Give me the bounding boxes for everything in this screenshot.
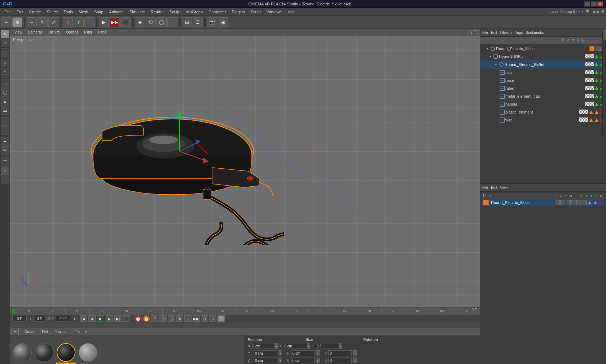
light-btn[interactable]: ◉ [218,17,228,27]
menu-simulate[interactable]: Simulate [127,9,148,15]
obj-vis-wire-2[interactable] [584,117,588,122]
prev-key-btn[interactable]: ⊞ [159,315,167,322]
obj-vis-metal-1[interactable] [585,94,589,98]
obj-vis-cap-1[interactable] [585,70,589,74]
snap-tool[interactable]: ⊡ [1,176,9,184]
pos-x-spin-up[interactable]: ▲ [275,343,278,349]
grid-btn[interactable]: ☰ [193,17,203,27]
obj-vis-cap-2[interactable] [589,70,594,74]
obj-item-ruber[interactable]: ruber [480,84,606,92]
obj-vis-1-nurbs[interactable] [585,54,589,58]
menu-sculpt[interactable]: Sculpt [167,9,184,15]
vp-fullscreen-icon[interactable]: ⛶ [473,30,478,35]
rot-h-input[interactable] [315,343,338,349]
viewport[interactable]: Perspective [10,36,480,307]
undo-button[interactable]: ↩ [1,17,12,27]
om-edit-btn[interactable]: Edit [491,31,497,35]
pos-y-input[interactable] [254,350,277,356]
mat-create-btn[interactable]: Create [22,329,38,334]
camera-btn[interactable]: 📷 [207,17,217,27]
x-axis-btn[interactable]: X [63,17,73,27]
obj-item-wire[interactable]: wire [480,116,606,124]
light-tool[interactable]: ✦ [1,137,9,146]
selected-obj-row[interactable]: Round_Electric_Skillet [482,199,605,206]
obj-item-handle[interactable]: handle [480,100,606,108]
obj-expand-sub[interactable]: ▼ [494,62,498,67]
rot-b-spin[interactable]: ▲ [353,358,357,363]
size-h-spin[interactable]: ▲ [307,343,310,349]
material-base[interactable]: base [35,343,53,364]
obj-item-metal-cap[interactable]: metal_element_cap [480,92,606,100]
pm-view-btn[interactable]: View [500,186,508,190]
vp-panel-btn[interactable]: Panel [96,30,110,35]
om-file-btn[interactable]: File [482,31,488,35]
object-btn[interactable]: ◈ [135,17,145,27]
plane-tool[interactable]: ▬ [1,106,9,115]
menu-render[interactable]: Render [148,9,167,15]
obj-vis-plastic-1[interactable] [579,110,584,114]
goto-start-btn[interactable]: |◀ [80,315,87,322]
obj-vis-base-2[interactable] [589,78,594,82]
pm-file-btn[interactable]: File [482,186,488,190]
pm-edit-btn[interactable]: Edit [491,186,497,190]
next-key-btn[interactable]: ⬚ [168,315,175,322]
pos-z-input[interactable] [254,358,277,363]
anim-record-btn[interactable]: ⬛ [120,17,131,27]
render-view-btn[interactable]: ▶▶ [110,17,120,27]
vp-view-btn[interactable]: View [12,30,25,35]
render-btn[interactable]: ▶ [99,17,109,27]
mat-function-btn[interactable]: Function [52,329,70,334]
y-axis-btn[interactable]: Y [74,17,84,27]
rot-h-spin[interactable]: ▲ [339,343,342,349]
key-record-btn[interactable]: ⬤ [135,315,142,322]
pos-z-spin[interactable]: ▲ [278,358,282,363]
om-bookmarks-btn[interactable]: Bookmarks [526,31,544,35]
menu-snap[interactable]: Snap [91,9,106,15]
menu-tools[interactable]: Tools [61,9,76,15]
snap-btn[interactable]: ⊞ [182,17,192,27]
sel-ctrl-2[interactable] [560,200,565,205]
obj-item-sub-skillet[interactable]: ▼ Round_Electric_Skillet [480,61,606,68]
motion-btn[interactable]: ⬡ [201,315,208,322]
spline-tool[interactable]: ⌇ [1,117,9,126]
cone-tool[interactable]: ▲ [1,97,9,106]
key-question-btn[interactable]: ? [151,315,158,322]
key-orange-btn[interactable]: ⬤ [143,315,150,322]
poly-tool[interactable]: ☷ [1,157,9,166]
obj-check-sub-2[interactable] [589,62,594,66]
obj-item-root-skillet[interactable]: ▼ Round_Electric_Skillet [480,45,606,53]
menu-plugins[interactable]: Plugins [229,9,248,15]
path-btn[interactable]: ⊙ [209,315,216,322]
live-select-tool[interactable]: ▭ [1,39,9,47]
vp-options-btn[interactable]: Options [64,30,80,35]
menu-mograph[interactable]: MoGraph [183,9,206,15]
rotate-tool-left[interactable]: ↻ [1,68,9,76]
obj-vis-ruber-2[interactable] [589,86,594,90]
om-objects-btn[interactable]: Objects [500,31,512,35]
rotate-tool[interactable]: ↻ [38,17,48,27]
obj-item-base[interactable]: base [480,76,606,84]
sel-ctrl-6[interactable] [582,200,587,205]
select-tool[interactable]: ⊕ [12,17,22,27]
z-axis-btn[interactable]: Z [84,17,95,27]
nurbs-tool[interactable]: ⌊ [1,126,9,135]
menu-file[interactable]: File [1,9,14,15]
obj-vis-ruber-1[interactable] [585,86,589,90]
right-strip-btn[interactable] [603,30,606,40]
pos-y-spin[interactable]: ▲ [278,350,282,356]
sel-ctrl-3[interactable] [566,200,571,205]
maximize-button[interactable]: □ [591,1,597,6]
move-tool-left[interactable]: ✛ [1,50,9,58]
obj-vis-2-nurbs[interactable] [589,54,594,58]
obj-vis-metal-2[interactable] [589,94,594,98]
loop-btn[interactable]: ↻ [176,315,183,322]
obj-vis-handle-2[interactable] [589,102,594,106]
menu-create[interactable]: Create [26,9,44,15]
menu-character[interactable]: Character [206,9,229,15]
size-p-input[interactable] [291,350,315,356]
obj-expand-nurbs[interactable]: ▼ [488,54,492,59]
pos-x-input[interactable] [251,343,275,349]
obj-vis-dot-1[interactable] [596,46,600,51]
nav-left-icon[interactable]: ◀ [592,9,595,14]
minimize-button[interactable]: ─ [584,1,590,6]
